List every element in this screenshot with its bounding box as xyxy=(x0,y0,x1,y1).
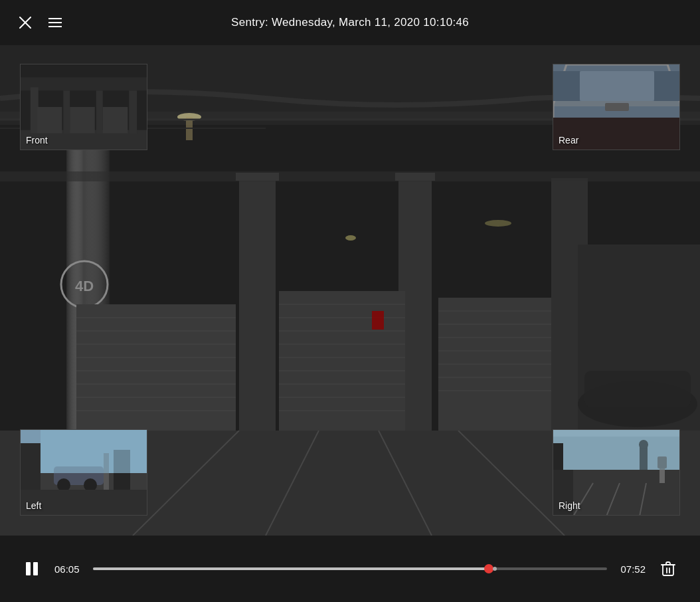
svg-rect-106 xyxy=(33,562,38,575)
svg-rect-79 xyxy=(553,71,580,101)
svg-rect-15 xyxy=(239,178,276,431)
progress-fill xyxy=(93,567,489,570)
front-camera-thumbnail[interactable]: Front xyxy=(20,64,147,150)
svg-rect-90 xyxy=(41,430,147,473)
progress-bar[interactable] xyxy=(93,567,607,570)
left-camera-thumbnail[interactable]: Left xyxy=(20,429,147,516)
time-current: 06:05 xyxy=(54,563,82,575)
progress-thumb-extra xyxy=(493,567,497,571)
time-total: 07:52 xyxy=(618,563,646,575)
video-container: 4D xyxy=(0,45,700,536)
close-button[interactable] xyxy=(13,11,37,35)
right-camera-label: Right xyxy=(559,500,580,511)
front-camera-label: Front xyxy=(26,135,48,146)
svg-rect-66 xyxy=(96,90,103,133)
header-title: Sentry: Wednesday, March 11, 2020 10:10:… xyxy=(231,16,469,29)
main-camera-view[interactable]: 4D xyxy=(0,45,700,536)
svg-rect-62 xyxy=(21,77,147,90)
svg-rect-80 xyxy=(654,71,679,101)
svg-rect-67 xyxy=(129,90,137,133)
menu-button[interactable] xyxy=(43,11,67,35)
svg-rect-65 xyxy=(63,90,70,133)
svg-point-20 xyxy=(345,235,356,241)
svg-rect-60 xyxy=(0,171,700,181)
svg-point-21 xyxy=(485,220,511,227)
right-camera-thumbnail[interactable]: Right xyxy=(553,429,680,516)
svg-rect-68 xyxy=(37,107,62,134)
progress-thumb xyxy=(484,564,493,573)
svg-rect-105 xyxy=(26,562,31,575)
play-pause-button[interactable] xyxy=(20,557,44,581)
svg-rect-57 xyxy=(372,311,384,330)
svg-rect-78 xyxy=(580,71,654,101)
svg-rect-70 xyxy=(103,107,128,134)
rear-camera-label: Rear xyxy=(559,135,578,146)
rear-camera-thumbnail[interactable]: TESLA Rear xyxy=(553,64,680,150)
svg-rect-77 xyxy=(605,103,629,111)
svg-rect-107 xyxy=(663,565,673,575)
controls-bar: 06:05 07:52 xyxy=(0,536,700,602)
delete-button[interactable] xyxy=(656,557,680,581)
svg-rect-56 xyxy=(584,371,691,407)
svg-rect-102 xyxy=(553,437,679,470)
svg-rect-27 xyxy=(76,304,236,431)
svg-text:4D: 4D xyxy=(75,278,94,294)
svg-rect-36 xyxy=(279,291,405,431)
top-bar: Sentry: Wednesday, March 11, 2020 10:10:… xyxy=(0,0,700,45)
svg-rect-69 xyxy=(70,107,95,134)
left-camera-label: Left xyxy=(26,500,41,511)
